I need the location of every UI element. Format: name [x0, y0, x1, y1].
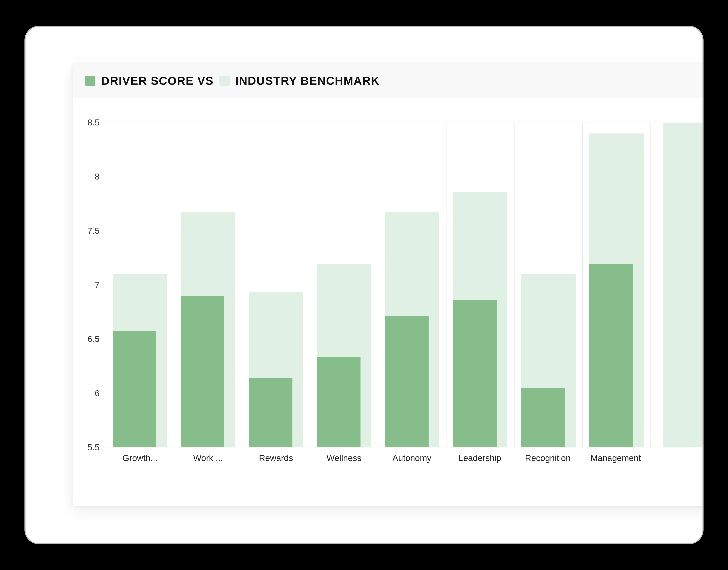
bar-driver-score[interactable] [453, 300, 497, 447]
legend-label-industry-benchmark: INDUSTRY BENCHMARK [235, 74, 380, 87]
bar-group [242, 122, 310, 447]
bar-driver-score[interactable] [249, 378, 292, 447]
x-tick-label: Wellness [310, 453, 378, 463]
y-tick-label: 8 [95, 172, 99, 182]
gridline [106, 447, 692, 448]
x-tick-label: Rewards [242, 453, 310, 463]
bar-group [379, 122, 447, 447]
y-tick-label: 5.5 [87, 443, 99, 453]
bar-group [514, 122, 582, 447]
plot-inner: Growth...Work ...RewardsWellnessAutonomy… [106, 122, 692, 448]
window-frame: DRIVER SCORE VS INDUSTRY BENCHMARK 5.566… [25, 26, 703, 544]
bar-driver-score[interactable] [589, 264, 633, 447]
chart-body: 5.566.577.588.5 Growth...Work ...Rewards… [73, 98, 703, 505]
bar-group [447, 122, 514, 447]
y-tick-label: 6 [95, 388, 99, 398]
y-axis: 5.566.577.588.5 [79, 122, 104, 448]
bar-group [310, 122, 379, 447]
bar-driver-score[interactable] [385, 316, 429, 447]
bar-driver-score[interactable] [181, 296, 224, 447]
y-tick-label: 8.5 [87, 117, 99, 127]
y-tick-label: 7.5 [87, 226, 99, 236]
x-tick-label: Work ... [174, 453, 242, 463]
bar-group [174, 122, 242, 447]
x-tick-label: Leadership [446, 453, 514, 463]
bar-group [582, 122, 651, 447]
bar-driver-score[interactable] [521, 387, 565, 447]
bar-driver-score[interactable] [113, 331, 156, 447]
y-tick-label: 7 [95, 280, 99, 290]
bar-group [106, 122, 174, 447]
plot-area: 5.566.577.588.5 Growth...Work ...Rewards… [106, 122, 692, 448]
x-tick-label: Recognition [514, 453, 582, 463]
chart-header-legend: DRIVER SCORE VS INDUSTRY BENCHMARK [73, 64, 703, 98]
bar-driver-score[interactable] [317, 357, 360, 447]
x-axis-labels: Growth...Work ...RewardsWellnessAutonomy… [106, 453, 692, 463]
chart-card: DRIVER SCORE VS INDUSTRY BENCHMARK 5.566… [73, 64, 703, 506]
x-tick-label: Autonomy [378, 453, 446, 463]
legend-swatch-driver-score [85, 76, 95, 86]
x-tick-label: Growth... [106, 453, 174, 463]
x-tick-label: Management [582, 453, 650, 463]
legend-label-driver-score: DRIVER SCORE VS [101, 74, 214, 87]
legend-swatch-industry-benchmark [219, 76, 230, 86]
y-tick-label: 6.5 [87, 334, 99, 344]
bars-container [106, 122, 692, 447]
bar-industry-benchmark [663, 122, 703, 447]
bar-group-clipped [651, 122, 692, 447]
